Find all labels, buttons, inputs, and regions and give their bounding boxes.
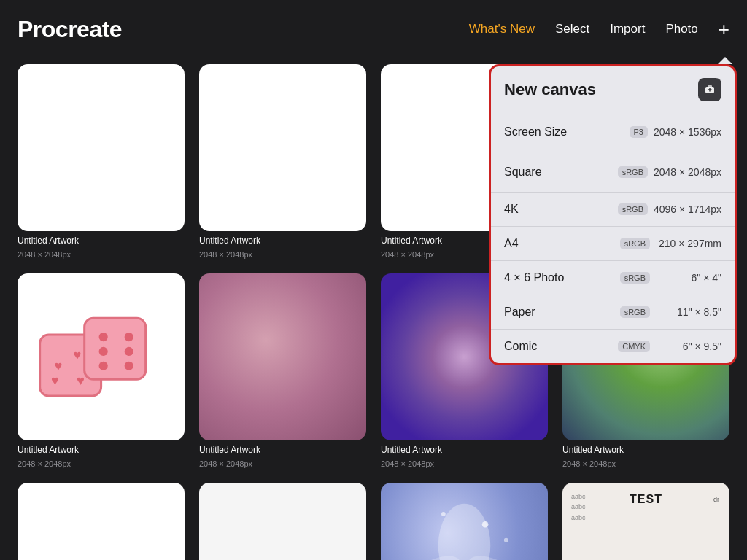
artwork-thumbnail[interactable]: ♥ ♥ ♥ ♥ bbox=[18, 273, 185, 440]
artwork-thumbnail[interactable]: 6 bbox=[18, 483, 185, 560]
new-canvas-add-button[interactable] bbox=[698, 78, 721, 101]
new-canvas-plus-button[interactable]: + bbox=[719, 18, 729, 41]
artwork-thumbnail[interactable] bbox=[18, 64, 185, 231]
new-canvas-dropdown: New canvas Screen Size P3 2048 × 1536px … bbox=[489, 64, 737, 365]
canvas-option-meta: sRGB 4096 × 1714px bbox=[618, 203, 721, 215]
artwork-dimensions: 2048 × 2048px bbox=[199, 250, 366, 259]
canvas-option-4x6[interactable]: 4 × 6 Photo sRGB 6" × 4" bbox=[491, 261, 735, 295]
list-item: Untitled Artwork 2048 × 2048px bbox=[381, 483, 548, 560]
canvas-option-label: 4K bbox=[504, 203, 519, 216]
canvas-option-4k[interactable]: 4K sRGB 4096 × 1714px bbox=[491, 192, 735, 227]
list-item: Untitled Artwork 2048 × 2048px bbox=[199, 273, 366, 468]
svg-text:♥: ♥ bbox=[51, 373, 59, 388]
canvas-dimensions: 2048 × 1536px bbox=[654, 126, 721, 138]
canvas-color-space-badge: sRGB bbox=[618, 203, 648, 215]
canvas-dimensions: 2048 × 2048px bbox=[654, 166, 721, 178]
artwork-title: Untitled Artwork bbox=[18, 236, 185, 246]
svg-point-11 bbox=[125, 362, 133, 370]
artwork-thumbnail[interactable] bbox=[199, 64, 366, 231]
list-item: aabcaabcaabc dr TEST K. Untitled Artwork… bbox=[562, 483, 729, 560]
artwork-thumbnail[interactable] bbox=[381, 483, 548, 560]
artwork-thumbnail[interactable] bbox=[199, 273, 366, 440]
svg-text:♥: ♥ bbox=[73, 347, 81, 362]
svg-rect-19 bbox=[708, 85, 712, 88]
list-item: ♥ ♥ ♥ ♥ Untitled Artwork 2048 × 2048px bbox=[18, 273, 185, 468]
list-item: 6 Untitled Artwork 2048 × 2048px bbox=[18, 483, 185, 560]
canvas-option-label: A4 bbox=[504, 237, 519, 250]
canvas-option-label: Screen Size bbox=[504, 125, 567, 139]
canvas-color-space-badge: sRGB bbox=[620, 238, 650, 249]
svg-point-7 bbox=[125, 332, 133, 341]
artwork-thumbnail[interactable] bbox=[199, 483, 366, 560]
artwork-dimensions: 2048 × 2048px bbox=[381, 459, 548, 468]
canvas-dimensions: 6" × 9.5" bbox=[656, 341, 721, 352]
canvas-option-meta: sRGB 6" × 4" bbox=[620, 272, 721, 284]
canvas-option-paper[interactable]: Paper sRGB 11" × 8.5" bbox=[491, 295, 735, 330]
artwork-title: Untitled Artwork bbox=[18, 445, 185, 455]
artwork-thumbnail[interactable]: aabcaabcaabc dr TEST K. bbox=[562, 483, 729, 560]
canvas-option-label: Paper bbox=[504, 306, 535, 319]
artwork-title: Untitled Artwork bbox=[199, 236, 366, 246]
svg-rect-1 bbox=[85, 318, 146, 379]
artwork-dimensions: 2048 × 2048px bbox=[562, 459, 729, 468]
nav-actions: What's New Select Import Photo + bbox=[469, 18, 729, 41]
svg-point-10 bbox=[98, 362, 107, 370]
canvas-option-meta: sRGB 11" × 8.5" bbox=[620, 306, 721, 318]
artwork-title: Untitled Artwork bbox=[199, 445, 366, 455]
app-header: Procreate What's New Select Import Photo… bbox=[0, 0, 747, 58]
canvas-option-square[interactable]: Square sRGB 2048 × 2048px bbox=[491, 152, 735, 192]
canvas-dimensions: 11" × 8.5" bbox=[656, 306, 721, 318]
artwork-title: Untitled Artwork bbox=[562, 445, 729, 455]
nav-select[interactable]: Select bbox=[555, 22, 589, 36]
canvas-option-label: 4 × 6 Photo bbox=[504, 271, 564, 284]
canvas-option-screen-size[interactable]: Screen Size P3 2048 × 1536px bbox=[491, 112, 735, 152]
canvas-color-space-badge: sRGB bbox=[618, 166, 648, 178]
artwork-title: Untitled Artwork bbox=[381, 445, 548, 455]
list-item: Untitled Artwork 2048 × 2048px bbox=[199, 64, 366, 259]
canvas-option-comic[interactable]: Comic CMYK 6" × 9.5" bbox=[491, 330, 735, 363]
canvas-option-meta: sRGB 2048 × 2048px bbox=[618, 166, 721, 178]
canvas-dimensions: 210 × 297mm bbox=[656, 238, 721, 249]
canvas-dimensions: 6" × 4" bbox=[656, 272, 721, 284]
canvas-color-space-badge: CMYK bbox=[618, 341, 650, 352]
svg-point-6 bbox=[98, 332, 107, 341]
canvas-color-space-badge: sRGB bbox=[620, 272, 650, 284]
canvas-option-meta: sRGB 210 × 297mm bbox=[620, 238, 721, 249]
list-item: Untitled Artwork 2048 × 2048px bbox=[18, 64, 185, 259]
canvas-dimensions: 4096 × 1714px bbox=[654, 203, 721, 215]
canvas-color-space-badge: P3 bbox=[630, 126, 648, 138]
svg-text:♥: ♥ bbox=[54, 358, 62, 373]
nav-photo[interactable]: Photo bbox=[665, 22, 697, 36]
svg-text:♥: ♥ bbox=[77, 373, 85, 388]
canvas-color-space-badge: sRGB bbox=[620, 306, 650, 318]
canvas-option-a4[interactable]: A4 sRGB 210 × 297mm bbox=[491, 227, 735, 261]
nav-import[interactable]: Import bbox=[610, 22, 645, 36]
svg-point-9 bbox=[125, 347, 133, 356]
svg-point-16 bbox=[504, 538, 508, 542]
artwork-dimensions: 2048 × 2048px bbox=[18, 250, 185, 259]
canvas-option-meta: CMYK 6" × 9.5" bbox=[618, 341, 721, 352]
new-canvas-title: New canvas bbox=[504, 80, 596, 99]
new-canvas-header: New canvas bbox=[491, 66, 735, 112]
artwork-dimensions: 2048 × 2048px bbox=[199, 459, 366, 468]
nav-whats-new[interactable]: What's New bbox=[469, 22, 535, 36]
svg-point-12 bbox=[438, 504, 491, 560]
canvas-option-label: Square bbox=[504, 166, 542, 179]
artwork-dimensions: 2048 × 2048px bbox=[18, 459, 185, 468]
list-item: Untitled Artwork 2048 × 2048px bbox=[199, 483, 366, 560]
app-title: Procreate bbox=[18, 16, 122, 43]
canvas-option-meta: P3 2048 × 1536px bbox=[630, 126, 722, 138]
dropdown-arrow bbox=[718, 57, 732, 64]
svg-point-17 bbox=[441, 512, 446, 516]
svg-point-8 bbox=[98, 347, 107, 356]
svg-point-15 bbox=[482, 521, 489, 528]
canvas-option-label: Comic bbox=[504, 340, 537, 353]
